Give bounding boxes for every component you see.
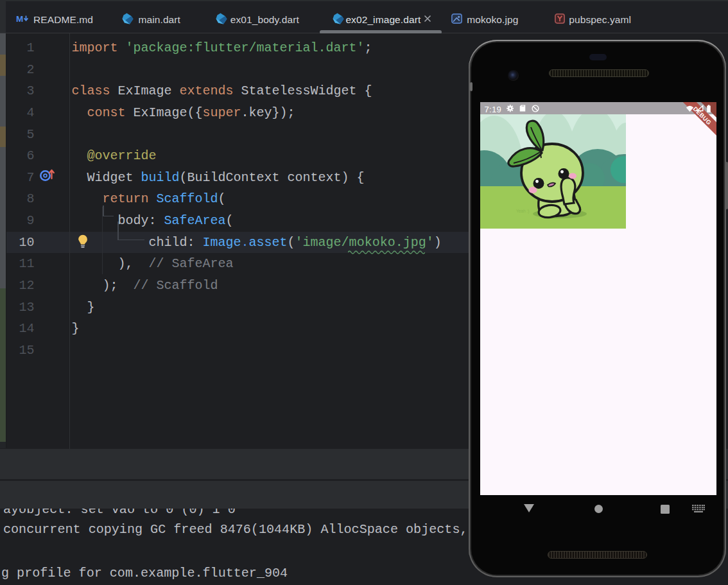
svg-text:Yeah :): Yeah :) [516, 209, 529, 214]
svg-text:M: M [16, 14, 23, 24]
